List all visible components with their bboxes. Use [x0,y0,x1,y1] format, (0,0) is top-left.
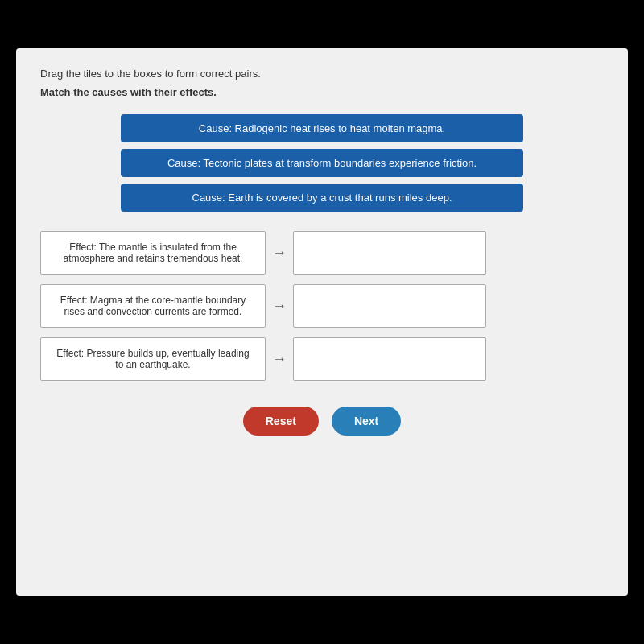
match-row-3: Effect: Pressure builds up, eventually l… [40,337,604,381]
arrow-3: → [272,351,287,368]
match-row-2: Effect: Magma at the core-mantle boundar… [40,284,604,328]
arrow-1: → [272,245,287,262]
reset-button[interactable]: Reset [243,407,319,436]
effect-box-3: Effect: Pressure builds up, eventually l… [40,337,266,381]
answer-drop-1[interactable] [293,231,486,275]
effect-box-1: Effect: The mantle is insulated from the… [40,231,266,275]
cause-tile-3[interactable]: Cause: Earth is covered by a crust that … [121,184,523,212]
instruction-drag: Drag the tiles to the boxes to form corr… [40,68,604,80]
answer-drop-3[interactable] [293,337,486,381]
effect-box-2: Effect: Magma at the core-mantle boundar… [40,284,266,328]
main-screen: Drag the tiles to the boxes to form corr… [16,48,628,596]
matching-section: Effect: The mantle is insulated from the… [40,231,604,381]
next-button[interactable]: Next [332,407,401,436]
answer-drop-2[interactable] [293,284,486,328]
causes-section: Cause: Radiogenic heat rises to heat mol… [40,114,604,212]
match-row-1: Effect: The mantle is insulated from the… [40,231,604,275]
instruction-match: Match the causes with their effects. [40,86,604,98]
cause-tile-2[interactable]: Cause: Tectonic plates at transform boun… [121,149,523,177]
button-row: Reset Next [40,407,604,436]
arrow-2: → [272,298,287,315]
cause-tile-1[interactable]: Cause: Radiogenic heat rises to heat mol… [121,114,523,142]
